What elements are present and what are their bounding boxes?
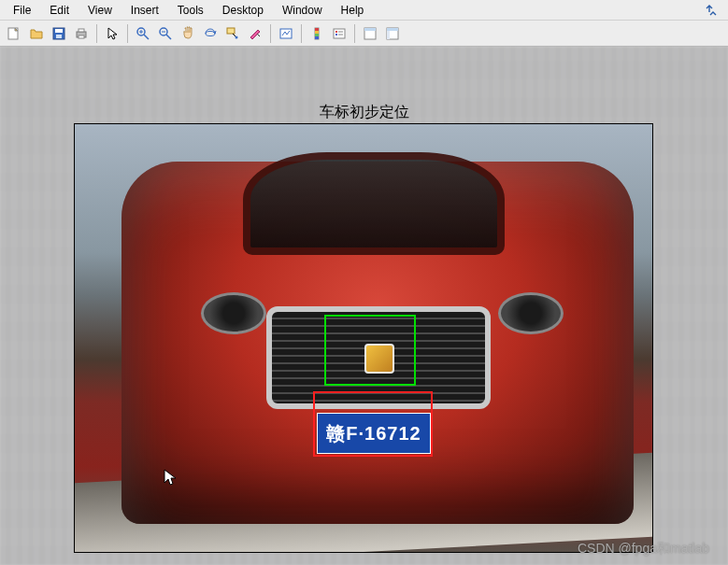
dock-icon[interactable] (704, 3, 719, 18)
toolbar (0, 21, 728, 47)
toolbar-separator-3 (270, 24, 271, 43)
figure-title: 车标初步定位 (0, 103, 728, 122)
rotate-button[interactable] (200, 23, 221, 44)
svg-rect-33 (387, 31, 390, 39)
svg-rect-20 (315, 28, 319, 31)
menu-view[interactable]: View (79, 2, 121, 19)
menu-insert[interactable]: Insert (121, 2, 168, 19)
svg-rect-5 (79, 29, 84, 32)
svg-rect-6 (79, 35, 84, 38)
svg-line-12 (166, 35, 171, 39)
menu-edit[interactable]: Edit (40, 2, 79, 19)
menu-tools[interactable]: Tools (168, 2, 213, 19)
menu-desktop[interactable]: Desktop (213, 2, 273, 19)
show-tools-button[interactable] (382, 23, 403, 44)
insert-legend-button[interactable] (329, 23, 350, 44)
brush-button[interactable] (245, 23, 265, 44)
zoom-in-button[interactable] (133, 23, 153, 44)
svg-rect-24 (334, 29, 345, 38)
zoom-out-button[interactable] (155, 23, 176, 44)
pointer-button[interactable] (102, 23, 122, 44)
svg-rect-21 (315, 31, 319, 34)
svg-rect-3 (56, 35, 62, 38)
hide-tools-button[interactable] (360, 23, 380, 44)
svg-line-8 (144, 35, 149, 39)
watermark-text: CSDN @fpga和matlab (578, 541, 709, 558)
pan-button[interactable] (178, 23, 198, 44)
windshield-graphic (243, 152, 505, 255)
toolbar-separator-4 (301, 24, 302, 43)
data-cursor-button[interactable] (222, 23, 243, 44)
menu-window[interactable]: Window (273, 2, 332, 19)
svg-rect-2 (55, 29, 63, 33)
svg-rect-15 (227, 28, 235, 34)
svg-rect-30 (364, 28, 376, 31)
svg-point-17 (236, 35, 238, 38)
svg-rect-23 (315, 36, 319, 39)
figure-area[interactable]: 车标初步定位 赣F·16712 CSDN @fpga和matlab (0, 47, 728, 565)
toolbar-separator-5 (354, 24, 355, 43)
new-figure-button[interactable] (4, 23, 24, 44)
toolbar-separator-2 (127, 24, 128, 43)
headlight-right-graphic (498, 292, 564, 334)
insert-colorbar-button[interactable] (307, 23, 327, 44)
link-data-button[interactable] (276, 23, 296, 44)
toolbar-separator-1 (96, 24, 97, 43)
headlight-left-graphic (201, 292, 266, 334)
menu-bar: File Edit View Insert Tools Desktop Wind… (0, 0, 728, 21)
menu-help[interactable]: Help (332, 2, 374, 19)
save-button[interactable] (49, 23, 69, 44)
axes-image: 赣F·16712 (74, 123, 653, 553)
menu-file[interactable]: File (4, 2, 40, 19)
svg-rect-32 (387, 28, 398, 31)
plate-detection-box (313, 391, 433, 457)
open-button[interactable] (26, 23, 47, 44)
svg-rect-22 (315, 34, 319, 36)
logo-detection-box (324, 315, 416, 386)
print-button[interactable] (71, 23, 92, 44)
